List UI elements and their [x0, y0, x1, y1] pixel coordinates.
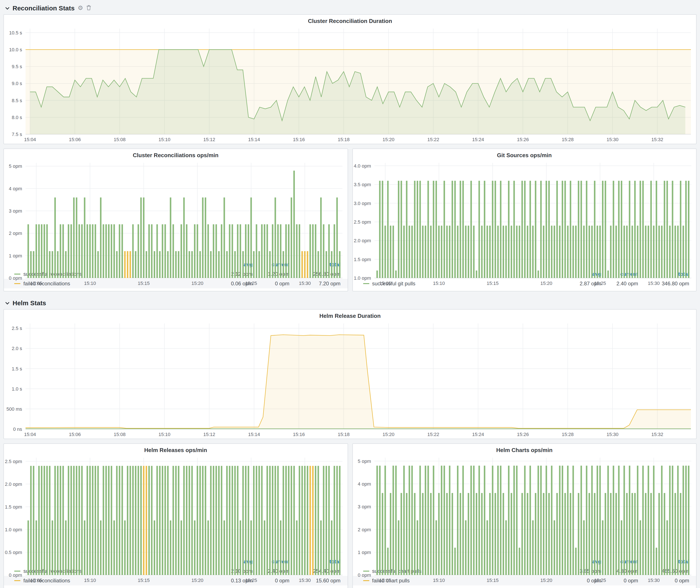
chart-canvas[interactable]: 15:0515:1015:1515:2015:2515:301.0 opm1.5…: [353, 159, 696, 288]
svg-text:2 opm: 2 opm: [358, 527, 371, 532]
panel-helm-charts-ops: Helm Charts ops/min 15:0515:1015:1515:20…: [352, 443, 697, 588]
panel-title[interactable]: Helm Releases ops/min: [4, 444, 347, 454]
cluster-reconciliations-ops-chart[interactable]: 15:0515:1015:1515:2015:2515:300 opm1 opm…: [4, 159, 347, 259]
gear-icon[interactable]: ⚙: [78, 5, 83, 11]
svg-text:1.0 opm: 1.0 opm: [5, 527, 22, 532]
svg-text:15:26: 15:26: [517, 432, 529, 437]
svg-text:15:18: 15:18: [338, 432, 350, 437]
svg-text:15:30: 15:30: [299, 281, 311, 286]
svg-text:15:05: 15:05: [30, 281, 42, 286]
trash-icon[interactable]: [86, 5, 91, 11]
svg-text:1.0 opm: 1.0 opm: [354, 275, 371, 281]
dashboard: Reconciliation Stats ⚙ Cluster Reconcili…: [0, 0, 700, 588]
svg-text:2.5 opm: 2.5 opm: [354, 219, 371, 225]
svg-text:15:24: 15:24: [472, 432, 484, 437]
svg-text:15:26: 15:26: [517, 137, 529, 142]
svg-text:0.5 opm: 0.5 opm: [5, 550, 22, 555]
svg-text:1.5 opm: 1.5 opm: [354, 257, 371, 262]
svg-text:15:20: 15:20: [540, 578, 552, 583]
svg-text:8.5 s: 8.5 s: [12, 98, 22, 103]
chart-canvas[interactable]: 15:0515:1015:1515:2015:2515:300 opm0.5 o…: [4, 454, 348, 585]
svg-text:0 opm: 0 opm: [9, 572, 22, 578]
helm-releases-ops-chart[interactable]: 15:0515:1015:1515:2015:2515:300 opm0.5 o…: [4, 454, 347, 556]
svg-text:1.0 s: 1.0 s: [12, 386, 22, 392]
panel-title[interactable]: Cluster Reconciliation Duration: [4, 15, 696, 25]
svg-text:15:20: 15:20: [382, 432, 394, 437]
series-color-dash-icon: [363, 571, 369, 572]
svg-text:15:06: 15:06: [69, 432, 81, 437]
svg-text:15:20: 15:20: [382, 137, 394, 142]
panel-cluster-reconciliations-ops: Cluster Reconciliations ops/min 15:0515:…: [3, 149, 348, 291]
svg-text:4 opm: 4 opm: [9, 186, 22, 191]
chart-canvas[interactable]: 15:0515:1015:1515:2015:2515:300 opm1 opm…: [353, 454, 696, 585]
svg-text:15:15: 15:15: [138, 281, 150, 286]
svg-text:15:28: 15:28: [562, 432, 574, 437]
svg-text:2.5 s: 2.5 s: [12, 326, 22, 331]
svg-text:15:08: 15:08: [114, 137, 126, 142]
svg-text:2.0 opm: 2.0 opm: [354, 238, 371, 243]
svg-text:500 ms: 500 ms: [6, 406, 22, 412]
svg-text:15:16: 15:16: [293, 137, 305, 142]
svg-text:15:22: 15:22: [427, 432, 439, 437]
svg-text:15:24: 15:24: [472, 137, 484, 142]
svg-text:15:20: 15:20: [540, 281, 552, 286]
series-color-dash-icon: [14, 571, 20, 572]
panel-title[interactable]: Cluster Reconciliations ops/min: [4, 149, 347, 159]
chart-canvas[interactable]: 15:0415:0615:0815:1015:1215:1415:1615:18…: [4, 25, 696, 144]
panel-title[interactable]: Git Sources ops/min: [353, 149, 696, 159]
svg-text:9.5 s: 9.5 s: [12, 64, 22, 69]
svg-text:15:32: 15:32: [651, 432, 663, 437]
svg-text:15:12: 15:12: [203, 432, 215, 437]
panel-cluster-reconciliation-duration: Cluster Reconciliation Duration 15:0415:…: [3, 14, 697, 144]
svg-text:5 opm: 5 opm: [9, 163, 22, 169]
svg-text:0 opm: 0 opm: [358, 572, 371, 578]
svg-text:15:22: 15:22: [427, 137, 439, 142]
chevron-down-icon[interactable]: [5, 299, 10, 307]
svg-text:8.0 s: 8.0 s: [12, 115, 22, 120]
helm-release-duration-chart[interactable]: 15:0415:0615:0815:1015:1215:1415:1615:18…: [4, 320, 696, 439]
svg-text:15:16: 15:16: [293, 432, 305, 437]
chart-canvas[interactable]: 15:0415:0615:0815:1015:1215:1415:1615:18…: [4, 320, 696, 439]
chevron-down-icon[interactable]: [5, 4, 10, 12]
svg-text:15:10: 15:10: [84, 578, 96, 583]
svg-text:2.0 s: 2.0 s: [12, 346, 22, 351]
svg-text:15:10: 15:10: [433, 281, 445, 286]
svg-text:15:25: 15:25: [245, 281, 257, 286]
svg-text:15:30: 15:30: [606, 432, 618, 437]
section-title[interactable]: Reconciliation Stats: [13, 4, 75, 11]
svg-text:10.5 s: 10.5 s: [9, 30, 22, 36]
svg-text:15:25: 15:25: [245, 578, 257, 583]
svg-text:15:10: 15:10: [158, 137, 170, 142]
svg-text:2 opm: 2 opm: [9, 231, 22, 236]
svg-text:3.0 opm: 3.0 opm: [354, 201, 371, 206]
svg-text:7.5 s: 7.5 s: [12, 132, 22, 137]
svg-text:15:20: 15:20: [192, 281, 203, 286]
panel-title[interactable]: Helm Release Duration: [4, 310, 696, 320]
svg-text:15:30: 15:30: [299, 578, 311, 583]
series-color-dash-icon: [14, 283, 20, 284]
svg-text:1 opm: 1 opm: [9, 253, 22, 258]
git-sources-ops-chart[interactable]: 15:0515:1015:1515:2015:2515:301.0 opm1.5…: [353, 159, 696, 268]
section-title[interactable]: Helm Stats: [13, 299, 46, 306]
series-color-dash-icon: [363, 283, 369, 284]
panel-helm-releases-ops: Helm Releases ops/min 15:0515:1015:1515:…: [3, 443, 348, 588]
svg-text:2.5 opm: 2.5 opm: [5, 459, 22, 464]
panel-title[interactable]: Helm Charts ops/min: [353, 444, 696, 454]
svg-text:3.5 opm: 3.5 opm: [354, 182, 371, 187]
chart-canvas[interactable]: 15:0515:1015:1515:2015:2515:300 opm1 opm…: [4, 159, 348, 288]
svg-text:2.0 opm: 2.0 opm: [5, 481, 22, 487]
svg-text:15:04: 15:04: [24, 432, 36, 437]
series-color-dash-icon: [14, 580, 20, 581]
svg-text:15:25: 15:25: [594, 578, 606, 583]
svg-text:1.5 opm: 1.5 opm: [5, 504, 22, 510]
svg-text:15:30: 15:30: [648, 281, 660, 286]
cluster-reconciliation-duration-chart[interactable]: 15:0415:0615:0815:1015:1215:1415:1615:18…: [4, 25, 696, 144]
svg-text:1 opm: 1 opm: [358, 550, 371, 555]
section-header-reconciliation-stats: Reconciliation Stats ⚙: [3, 1, 697, 14]
svg-text:15:15: 15:15: [486, 578, 498, 583]
svg-text:15:30: 15:30: [648, 578, 660, 583]
svg-text:15:18: 15:18: [338, 137, 350, 142]
svg-text:15:20: 15:20: [192, 578, 203, 583]
svg-text:0 opm: 0 opm: [9, 275, 22, 281]
helm-charts-ops-chart[interactable]: 15:0515:1015:1515:2015:2515:300 opm1 opm…: [353, 454, 696, 556]
